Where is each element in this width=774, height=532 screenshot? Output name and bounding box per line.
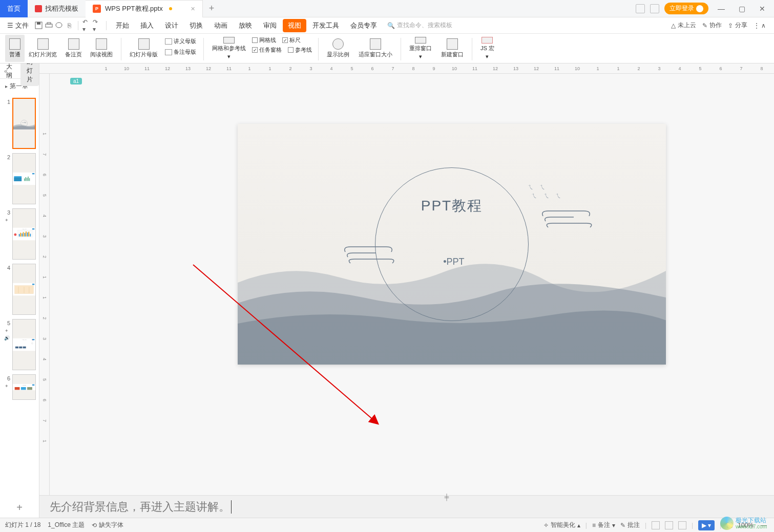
preview-icon[interactable] (54, 21, 64, 30)
menu-more-icon[interactable]: ⋮ ∧ (754, 22, 766, 29)
separator (78, 21, 78, 30)
slide-thumbnail[interactable] (12, 264, 36, 315)
zoom-button[interactable]: 显示比例 (323, 35, 353, 62)
collab-button[interactable]: ✎ 协作 (702, 21, 722, 30)
new-window[interactable]: 新建窗口 (437, 35, 468, 62)
slide-counter[interactable]: 幻灯片 1 / 18 (5, 521, 40, 529)
nav-animation[interactable]: 动画 (209, 19, 233, 32)
nav-view[interactable]: 视图 (283, 19, 306, 32)
export-icon[interactable]: ⎘ (65, 21, 74, 30)
save-icon[interactable] (34, 21, 43, 30)
nav-transition[interactable]: 切换 (184, 19, 208, 32)
ruler-vertical[interactable]: 1765432112345671 (39, 74, 50, 495)
arrange-windows[interactable]: 重排窗口 ▾ (405, 35, 436, 62)
cloud-status[interactable]: △ 未上云 (671, 21, 696, 30)
separator (401, 38, 401, 60)
svg-rect-49 (27, 387, 32, 390)
svg-rect-15 (29, 178, 30, 181)
tab-templates[interactable]: 找稻壳模板 (28, 0, 86, 17)
share-button[interactable]: ⇪ 分享 (728, 21, 747, 30)
tab-outline[interactable]: 大纲 (0, 63, 18, 82)
add-slide-button[interactable]: + (0, 498, 39, 518)
print-icon[interactable] (44, 21, 53, 30)
chk-task-pane[interactable]: 任务窗格 (252, 46, 282, 54)
tab-home[interactable]: 首页 (0, 0, 28, 17)
grid-guides-button[interactable]: 网格和参考线 ▾ (208, 35, 250, 62)
view-notes[interactable]: 备注页 (61, 35, 86, 62)
view-normal-icon[interactable] (652, 521, 660, 529)
slide-number: 3 (3, 208, 10, 216)
nav-design[interactable]: 设计 (160, 19, 183, 32)
slide-thumb-row: 1 PPT教程 (2, 96, 37, 151)
apps-icon[interactable] (650, 4, 659, 13)
beautify-button[interactable]: ✧ 智能美化 ▴ (543, 521, 580, 529)
slide-thumbnail[interactable]: 这里是数字文本内容 (12, 319, 36, 370)
new-tab-button[interactable]: + (203, 3, 221, 14)
grid-icon (223, 37, 235, 44)
slideshow-button[interactable]: ▶ ▾ (698, 520, 715, 530)
view-sorter[interactable]: 幻灯片浏览 (25, 35, 61, 62)
file-menu[interactable]: ☰ 文件 (3, 21, 33, 30)
svg-rect-40 (19, 347, 22, 349)
notes-pane[interactable]: ╪ 先介绍背景信息，再进入主题讲解。 (39, 495, 774, 518)
slide-canvas[interactable]: PPT教程 •PPT ㄟ ㄟ ㄟ ㄟ ㄟ (238, 124, 666, 365)
slide-thumbnail[interactable]: 这里是样板PPT (12, 374, 36, 400)
nav-slideshow[interactable]: 放映 (234, 19, 257, 32)
nav-devtools[interactable]: 开发工具 (307, 19, 344, 32)
notes-toggle[interactable]: ≡ 备注 ▾ (592, 521, 615, 529)
layout-icon[interactable] (636, 4, 645, 13)
nav-start[interactable]: 开始 (111, 19, 134, 32)
redo-icon[interactable]: ↷ ▾ (93, 21, 102, 30)
svg-rect-48 (21, 387, 26, 390)
slides-panel: « 大纲 幻灯片 第一章 1 PPT教程 2 3 (0, 63, 39, 518)
svg-rect-11 (24, 179, 25, 181)
slide-master[interactable]: 幻灯片母版 (125, 35, 162, 62)
notes-master[interactable]: 备注母版 (165, 48, 196, 56)
canvas-area[interactable]: a1 PPT教程 •PPT ㄟ ㄟ ㄟ ㄟ ㄟ (50, 74, 774, 495)
normal-view-icon (9, 38, 20, 50)
notes-page-icon (68, 38, 79, 50)
collab-label: 协作 (709, 21, 722, 30)
theme-name[interactable]: 1_Office 主题 (48, 521, 85, 529)
view-reading[interactable]: 阅读视图 (86, 35, 117, 62)
resize-handle-icon[interactable]: ╪ (445, 494, 449, 501)
svg-rect-10 (14, 178, 22, 181)
titlebar-right: 立即登录 — ▢ ✕ (636, 3, 774, 15)
search-input[interactable]: 🔍 查找命令、搜索模板 (383, 21, 452, 30)
tab-document[interactable]: P WPS PPT教程.pptx ✕ (86, 0, 203, 17)
window-maximize[interactable]: ▢ (734, 3, 749, 15)
view-reading-icon[interactable] (678, 521, 686, 529)
view-normal[interactable]: 普通 (5, 35, 25, 62)
nav-member[interactable]: 会员专享 (345, 19, 382, 32)
transition-icon: ✦ (5, 328, 9, 333)
undo-icon[interactable]: ↶ ▾ (82, 21, 92, 30)
view-sorter-icon[interactable] (665, 521, 673, 529)
window-close[interactable]: ✕ (755, 3, 770, 15)
slide-thumbnail[interactable]: PPT教程 (12, 98, 36, 149)
chk-gridlines[interactable]: 网格线 (252, 36, 276, 45)
slide-subtitle-text[interactable]: •PPT (443, 257, 464, 267)
svg-rect-21 (19, 234, 20, 237)
slide-title-text[interactable]: PPT教程 (421, 196, 483, 216)
tab-close-icon[interactable]: ✕ (191, 6, 195, 12)
slide-thumbnail[interactable]: 这里是数字文本内容 (12, 208, 36, 260)
missing-font[interactable]: ⟲ 缺失字体 (92, 521, 123, 529)
chk-ruler[interactable]: 标尺 (282, 36, 301, 45)
slide-thumbnail[interactable] (12, 153, 36, 204)
comments-toggle[interactable]: ✎ 批注 (620, 521, 640, 529)
login-button[interactable]: 立即登录 (664, 3, 708, 14)
chk-guides[interactable]: 参考线 (288, 46, 312, 54)
search-placeholder: 查找命令、搜索模板 (397, 21, 452, 30)
ruler-horizontal[interactable]: 1101112131211112345678910111213121110112… (39, 63, 774, 74)
notes-text[interactable]: 先介绍背景信息，再进入主题讲解。 (50, 499, 230, 515)
fit-button[interactable]: 适应窗口大小 (354, 35, 396, 62)
tab-slides[interactable]: 幻灯片 (20, 63, 39, 86)
window-minimize[interactable]: — (714, 3, 729, 15)
nav-review[interactable]: 审阅 (258, 19, 282, 32)
nav-insert[interactable]: 插入 (135, 19, 159, 32)
handout-master[interactable]: 讲义母版 (165, 37, 196, 46)
collapse-icon[interactable]: « (4, 68, 8, 75)
taskpane-label: 任务窗格 (259, 46, 282, 54)
slide-thumb-row: 5 ✦ 🔊 这里是数字文本内容 (2, 317, 37, 372)
js-macro[interactable]: JS 宏 ▾ (476, 35, 498, 62)
